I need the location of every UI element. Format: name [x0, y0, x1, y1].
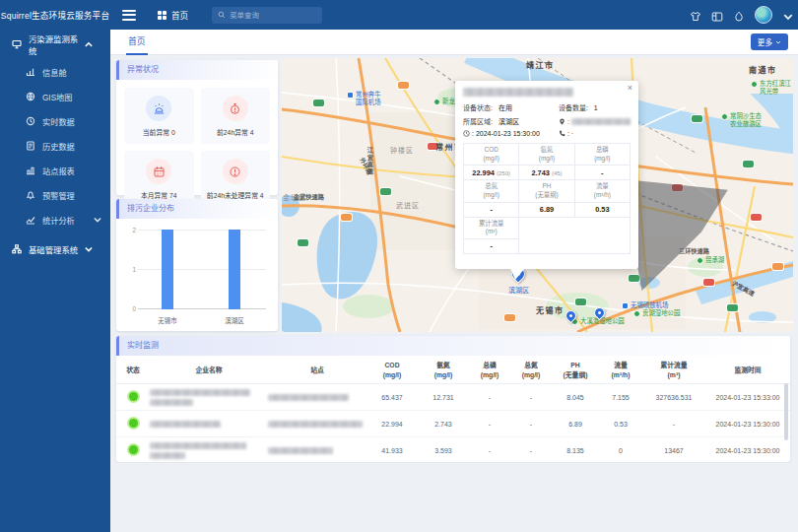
chevron-down-icon[interactable]: [782, 9, 790, 21]
transit-icon: [347, 92, 354, 99]
location-colon: :: [567, 118, 569, 125]
site-name-redacted: [268, 384, 366, 411]
sidebar-item-alert-management[interactable]: 预警管理: [0, 182, 110, 207]
sidebar-group-label: 基础管理系统: [29, 243, 84, 255]
popup-metrics-table: COD(mg/l) 氨氮(mg/l) 总磷(mg/l) 22.994 (250)…: [463, 143, 631, 254]
device-status-label: 设备状态:: [463, 102, 493, 112]
sidebar-item-statistics[interactable]: 统计分析: [0, 207, 110, 232]
map-canvas[interactable]: 靖江市南通市常州市无锡市钟楼区武进区金坛区常熟市滨湖区新龙生态林黄泗浦生态公园常…: [282, 58, 793, 332]
trend-icon: [26, 215, 35, 225]
avatar[interactable]: [755, 6, 772, 24]
stat-grid: 当前异常 0 前24h异常 4 本月异常 74 前24h未处理异常 4: [116, 80, 278, 215]
page: { "app": { "logo": "Squirrel生态环境云服务平台" }…: [0, 0, 798, 532]
y-tick: 0: [126, 305, 136, 312]
location-icon: [559, 118, 565, 125]
map-label: 昆承湖: [697, 256, 724, 264]
table-row[interactable]: 65.43712.731 -- 8.0457.155 327636.531202…: [116, 384, 790, 411]
layout-columns-icon[interactable]: [711, 9, 723, 21]
stat-value: 0: [171, 129, 175, 136]
close-icon[interactable]: ×: [628, 84, 632, 93]
document-icon: [26, 141, 35, 151]
device-status-value: 在用: [499, 102, 512, 112]
chevron-down-icon: [775, 39, 781, 45]
map-label: 无锡硕放机场: [622, 301, 668, 309]
sidebar-item-label: 实时数据: [42, 115, 75, 127]
sidebar-item-label: 站点报表: [42, 165, 75, 176]
road-badge: [751, 214, 762, 221]
address-redacted: [571, 118, 631, 125]
park-icon: [721, 113, 728, 120]
stat-card-24h-abnormal[interactable]: 前24h异常 4: [201, 88, 271, 144]
park-icon: [697, 257, 703, 264]
stat-label: 本月异常: [141, 192, 167, 199]
sidebar-item-realtime-data[interactable]: 实时数据: [0, 108, 110, 133]
tabbar: 首页 更多: [110, 30, 798, 55]
tab-home[interactable]: 首页: [128, 30, 146, 55]
map-label: 武进区: [396, 202, 420, 210]
sidebar-group-basic-management[interactable]: 基础管理系统: [0, 234, 110, 264]
device-time: : 2024-01-23 15:30:00: [472, 130, 540, 137]
x-category: 无锡市: [143, 315, 192, 325]
enterprise-name-redacted: [150, 437, 268, 464]
sidebar-item-label: 预警管理: [42, 189, 75, 201]
theme-shirt-icon[interactable]: [690, 9, 701, 21]
sidebar: Squirrel生态环境云服务平台 污染源监测系统 信息舱 GIS地图 实时数据…: [0, 0, 110, 532]
phone-icon: [559, 130, 565, 137]
road-badge: [672, 184, 683, 191]
road-badge: [703, 279, 714, 286]
more-label: 更多: [758, 36, 772, 47]
device-popup: × 设备状态: 在用 设备数量: 1 所属区域: 滨湖区 : : 2024-01…: [455, 81, 638, 269]
map-label: 常州奔牛 国际机场: [347, 91, 381, 105]
grid-icon: [158, 11, 166, 20]
enterprise-distribution-panel: 排污企业分布 2 1 0 无锡市 滨湖区: [116, 199, 278, 331]
panel-title: 实时监测: [116, 336, 790, 356]
chevron-down-icon: [93, 215, 102, 225]
map-label: 南通市: [749, 66, 777, 76]
device-phone: : ·: [567, 130, 573, 137]
device-count-label: 设备数量:: [559, 102, 588, 112]
topbar-actions: [690, 0, 790, 30]
sidebar-item-label: 统计分析: [42, 214, 93, 226]
bar-wuxi: [162, 230, 173, 309]
road-badge: [341, 214, 352, 221]
stat-label: 前24h未处理异常: [207, 192, 258, 199]
map-label: 无锡市: [536, 306, 565, 316]
park-icon: [633, 310, 640, 317]
flame-icon[interactable]: [733, 9, 745, 21]
sidebar-item-station-report[interactable]: 站点报表: [0, 158, 110, 182]
more-button[interactable]: 更多: [751, 33, 788, 50]
vertical-scrollbar[interactable]: [784, 383, 788, 440]
map-label: 江宜高速: [366, 147, 373, 175]
realtime-monitor-panel: 实时监测 状态 企业名称 站点 COD(mg/l) 氨氮(mg/l) 总磷(mg…: [116, 336, 790, 462]
hamburger-menu-icon[interactable]: [122, 7, 136, 23]
sidebar-item-gis-map[interactable]: GIS地图: [0, 84, 110, 108]
globe-icon: [26, 92, 35, 101]
stat-value: 4: [250, 129, 254, 136]
table-row[interactable]: 41.9333.593 -- 8.1350 134672024-01-23 15…: [116, 437, 790, 464]
alert-circle-icon: [223, 159, 248, 184]
breadcrumb[interactable]: 首页: [158, 9, 188, 21]
map-label: 金武快速路: [294, 193, 324, 200]
menu-search-box[interactable]: [212, 7, 322, 24]
road-badge: [772, 263, 783, 270]
road-badge: [629, 275, 639, 282]
bar-chart: 2 1 0 无锡市 滨湖区: [124, 222, 270, 328]
road-badge: [743, 161, 754, 167]
sidebar-item-info-cabin[interactable]: 信息舱: [0, 59, 110, 84]
gridline: [138, 269, 266, 270]
sidebar-item-label: 历史数据: [42, 140, 75, 152]
sidebar-item-history-data[interactable]: 历史数据: [0, 133, 110, 158]
search-input[interactable]: [230, 11, 316, 20]
panel-title: 异常状况: [116, 60, 278, 80]
map-label: 钟楼区: [390, 147, 414, 155]
status-dot-online: [129, 445, 138, 454]
siren-icon: [146, 96, 171, 121]
sidebar-group-label: 污染源监测系统: [29, 33, 84, 56]
stat-card-current-abnormal[interactable]: 当前异常 0: [124, 88, 194, 144]
table-row[interactable]: 22.9942.743 -- 6.890.53 -2024-01-23 15:3…: [116, 411, 790, 437]
road-badge: [313, 100, 324, 106]
map-label: 滨湖区: [508, 287, 529, 295]
chevron-down-icon: [84, 244, 94, 254]
monitor-table: 状态 企业名称 站点 COD(mg/l) 氨氮(mg/l) 总磷(mg/l) 总…: [116, 358, 790, 464]
sidebar-group-pollution-monitor[interactable]: 污染源监测系统: [0, 30, 110, 59]
